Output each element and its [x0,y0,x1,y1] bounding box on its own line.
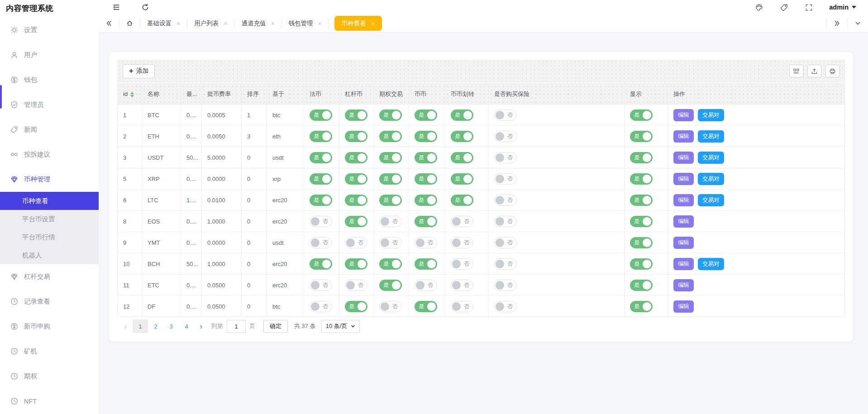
lever-toggle[interactable]: 是 [345,301,367,312]
insurance-toggle[interactable]: 否 [494,173,517,185]
fiat-toggle[interactable]: 否 [310,301,332,312]
coin-toggle[interactable]: 是 [415,195,437,206]
coin-toggle[interactable]: 是 [415,216,437,227]
close-icon[interactable]: × [371,20,375,27]
transfer-toggle[interactable]: 否 [451,280,473,291]
edit-button[interactable]: 编辑 [673,130,694,143]
transfer-toggle[interactable]: 否 [451,237,473,248]
user-menu[interactable]: admin [829,4,856,11]
transfer-toggle[interactable]: 否 [451,301,473,312]
lever-toggle[interactable]: 是 [345,131,367,142]
coin-toggle[interactable]: 是 [415,301,437,312]
option-toggle[interactable]: 否 [379,237,402,248]
sidebar-item-news[interactable]: 新闻 [0,117,99,142]
pair-button[interactable]: 交易对 [698,258,724,270]
close-icon[interactable]: × [176,20,180,27]
goto-page-input[interactable] [227,320,246,333]
lever-toggle[interactable]: 是 [345,173,367,185]
fiat-toggle[interactable]: 否 [310,237,332,248]
home-tab[interactable] [119,18,140,29]
sidebar-item-miner[interactable]: 矿机 [0,339,99,364]
insurance-toggle[interactable]: 否 [494,152,517,163]
sidebar-item-margin-trade[interactable]: 杠杆交易 [0,264,99,289]
option-toggle[interactable]: 否 [379,301,402,312]
next-page-icon[interactable]: › [194,319,208,333]
insurance-toggle[interactable]: 否 [494,301,517,312]
fiat-toggle[interactable]: 是 [310,152,332,163]
coin-toggle[interactable]: 是 [415,173,437,185]
tab-channel-recharge[interactable]: 通道充值× [234,18,281,29]
print-icon[interactable] [825,65,839,77]
fiat-toggle[interactable]: 是 [310,195,332,206]
option-toggle[interactable]: 是 [379,173,402,185]
insurance-toggle[interactable]: 否 [494,216,517,227]
option-toggle[interactable]: 是 [379,131,402,142]
fiat-toggle[interactable]: 是 [310,131,332,142]
transfer-toggle[interactable]: 是 [451,109,473,121]
insurance-toggle[interactable]: 否 [494,109,517,121]
show-toggle[interactable]: 是 [630,216,653,227]
show-toggle[interactable]: 是 [630,195,653,206]
coin-toggle[interactable]: 是 [415,258,437,270]
option-toggle[interactable]: 是 [379,280,402,291]
sidebar-item-wallet[interactable]: 钱包 [0,67,99,92]
edit-button[interactable]: 编辑 [673,109,694,121]
sidebar-item-feedback[interactable]: 投拆建议 [0,142,99,167]
edit-button[interactable]: 编辑 [673,215,694,228]
tab-basic-settings[interactable]: 基础设置× [140,18,187,29]
transfer-toggle[interactable]: 否 [451,258,473,270]
option-toggle[interactable]: 否 [379,216,402,227]
transfer-toggle[interactable]: 否 [451,216,473,227]
insurance-toggle[interactable]: 否 [494,131,517,142]
insurance-toggle[interactable]: 否 [494,195,517,206]
transfer-toggle[interactable]: 是 [451,195,473,206]
show-toggle[interactable]: 是 [630,152,653,163]
edit-button[interactable]: 编辑 [673,258,694,270]
fiat-toggle[interactable]: 是 [310,258,332,270]
sidebar-item-robot[interactable]: 机器人 [0,246,99,264]
coin-toggle[interactable]: 否 [415,280,437,291]
add-button[interactable]: + 添加 [123,64,155,78]
show-toggle[interactable]: 是 [630,280,653,291]
edit-button[interactable]: 编辑 [673,279,694,291]
tabs-scroll-right-icon[interactable] [826,18,847,29]
show-toggle[interactable]: 是 [630,109,653,121]
coin-toggle[interactable]: 是 [415,131,437,142]
fiat-toggle[interactable]: 是 [310,109,332,121]
edit-button[interactable]: 编辑 [673,152,694,164]
theme-palette-icon[interactable] [755,4,763,11]
pair-button[interactable]: 交易对 [698,109,724,121]
lever-toggle[interactable]: 是 [345,216,367,227]
sidebar-item-options[interactable]: 期权 [0,364,99,389]
fiat-toggle[interactable]: 否 [310,216,332,227]
sidebar-item-new-coin-subscribe[interactable]: 新币申购 [0,314,99,339]
insurance-toggle[interactable]: 否 [494,280,517,291]
pair-button[interactable]: 交易对 [698,173,724,185]
close-icon[interactable]: × [224,20,227,27]
lever-toggle[interactable]: 否 [345,237,367,248]
close-icon[interactable]: × [271,20,274,27]
edit-button[interactable]: 编辑 [673,194,694,206]
close-icon[interactable]: × [318,20,322,27]
transfer-toggle[interactable]: 是 [451,152,473,163]
page-1[interactable]: 1 [133,319,148,333]
tab-user-list[interactable]: 用户列表× [187,18,234,29]
lever-toggle[interactable]: 是 [345,109,367,121]
transfer-toggle[interactable]: 是 [451,173,473,185]
page-4[interactable]: 4 [179,319,194,333]
page-3[interactable]: 3 [163,319,179,333]
sidebar-item-platform-coin-settings[interactable]: 平台币设置 [0,210,99,228]
export-icon[interactable] [807,65,821,77]
column-header-id[interactable]: id [118,84,142,105]
tabs-menu-icon[interactable] [847,18,868,29]
lever-toggle[interactable]: 是 [345,195,367,206]
sidebar-item-records[interactable]: 记录查看 [0,289,99,314]
show-toggle[interactable]: 是 [630,131,653,142]
show-toggle[interactable]: 是 [630,301,653,312]
page-2[interactable]: 2 [148,319,163,333]
prev-page-icon[interactable]: ‹ [119,319,133,333]
edit-button[interactable]: 编辑 [673,237,694,249]
lever-toggle[interactable]: 是 [345,258,367,270]
tag-icon[interactable] [780,4,788,11]
tab-coin-view[interactable]: 币种查看× [334,16,382,31]
